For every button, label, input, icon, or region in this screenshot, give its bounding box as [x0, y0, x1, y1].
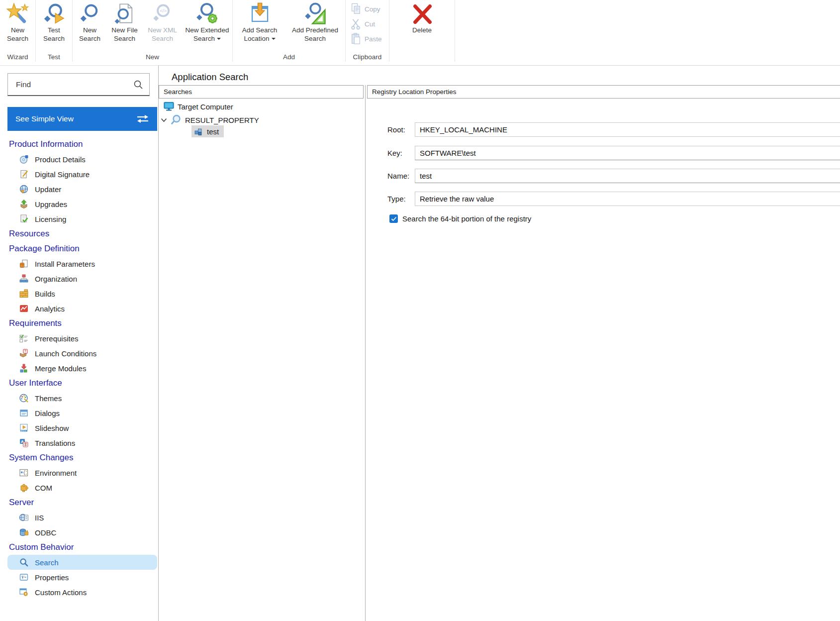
- add-search-location-icon: [248, 1, 271, 26]
- svg-text:V=: V=: [21, 575, 26, 580]
- type-field[interactable]: Retrieve the raw value: [415, 192, 840, 206]
- search-icon: [133, 80, 143, 90]
- sidebar-item-organization[interactable]: Organization: [7, 271, 157, 286]
- sidebar-item-product-details[interactable]: Product Details: [7, 152, 157, 167]
- custom-actions-icon: [19, 588, 28, 597]
- see-simple-view-button[interactable]: See Simple View: [7, 107, 157, 131]
- sidebar-item-search[interactable]: Search: [7, 555, 157, 570]
- delete-icon: [411, 1, 433, 26]
- tree-selection: test: [191, 125, 224, 137]
- sidebar-item-launch-conditions[interactable]: ? Launch Conditions: [7, 346, 157, 361]
- new-file-search-button[interactable]: New File Search: [107, 1, 143, 43]
- prerequisites-icon: [19, 334, 28, 343]
- sidebar-item-slideshow[interactable]: Slideshow: [7, 420, 157, 435]
- sidebar-item-updater[interactable]: Updater: [7, 182, 157, 197]
- sidebar-item-upgrades[interactable]: Upgrades: [7, 197, 157, 211]
- root-field[interactable]: HKEY_LOCAL_MACHINE: [415, 122, 840, 137]
- environment-icon: [19, 468, 28, 477]
- nav-section-custom-behavior: Custom Behavior: [7, 540, 158, 555]
- translations-icon: A: [19, 438, 28, 447]
- ribbon-button-label: Test Search: [37, 26, 72, 43]
- ribbon-group-add: Add Search Location Add Predefined Searc…: [233, 0, 346, 62]
- new-search-wizard-button[interactable]: New Search: [1, 1, 35, 43]
- sidebar-item-merge-modules[interactable]: Merge Modules: [7, 361, 157, 376]
- root-label: Root:: [387, 122, 405, 137]
- cut-button: Cut: [351, 18, 389, 30]
- name-field[interactable]: test: [415, 169, 840, 183]
- organization-icon: [19, 274, 28, 283]
- sidebar-item-install-parameters[interactable]: Install Parameters: [7, 256, 157, 271]
- dialogs-icon: [19, 409, 28, 417]
- ribbon-group-label: Wizard: [0, 53, 35, 61]
- add-predefined-search-button[interactable]: Add Predefined Search: [286, 1, 345, 43]
- ribbon-group-label: Clipboard: [346, 53, 389, 61]
- tree-item-target-computer[interactable]: Target Computer: [164, 100, 233, 113]
- ribbon-button-label: New Search: [73, 26, 107, 43]
- ribbon-button-label: New File Search: [107, 26, 143, 43]
- add-predefined-search-icon: [304, 1, 327, 26]
- sidebar-item-licensing[interactable]: Licensing: [7, 211, 157, 226]
- sidebar-item-translations[interactable]: A Translations: [7, 435, 157, 450]
- tree-item-test[interactable]: test: [191, 125, 224, 138]
- sidebar-item-properties[interactable]: V= Properties: [7, 570, 157, 585]
- nav-section-system-changes: System Changes: [7, 450, 158, 465]
- switch-view-icon: [136, 114, 149, 124]
- ribbon-group-label: New: [73, 53, 232, 61]
- ribbon-group-label: Test: [36, 53, 72, 61]
- digital-signature-icon: [19, 170, 28, 179]
- key-field[interactable]: SOFTWARE\test: [415, 146, 840, 160]
- sidebar-item-themes[interactable]: Themes: [7, 391, 157, 406]
- paste-button: Paste: [351, 33, 389, 45]
- paste-icon: [351, 33, 362, 45]
- find-box[interactable]: [7, 73, 150, 96]
- slideshow-icon: [19, 423, 28, 432]
- checkbox-checked-icon[interactable]: [389, 214, 398, 223]
- ribbon-group-delete: Delete: [389, 0, 455, 62]
- svg-text:</>: </>: [159, 8, 167, 13]
- test-search-icon: [43, 1, 66, 26]
- find-input[interactable]: [15, 80, 133, 90]
- sidebar-item-com[interactable]: COM: [7, 480, 157, 495]
- chevron-down-icon: [272, 38, 276, 42]
- checkbox-label: Search the 64-bit portion of the registr…: [402, 214, 531, 223]
- ribbon-group-wizard: New Search Wizard: [0, 0, 36, 62]
- test-search-button[interactable]: Test Search: [37, 1, 72, 43]
- sidebar-item-iis[interactable]: IIS: [7, 510, 157, 525]
- ribbon-group-clipboard: Copy Cut Paste Clipboard: [346, 0, 389, 62]
- sidebar-item-custom-actions[interactable]: Custom Actions: [7, 585, 157, 600]
- chevron-down-icon[interactable]: [161, 118, 167, 122]
- properties-nav-icon: V=: [19, 573, 28, 582]
- themes-icon: [19, 394, 28, 403]
- registry-value-icon: [193, 126, 203, 136]
- type-label: Type:: [387, 192, 406, 206]
- svg-text:?: ?: [24, 349, 26, 353]
- sidebar-item-digital-signature[interactable]: Digital Signature: [7, 167, 157, 182]
- new-xml-search-icon: </>: [152, 1, 174, 26]
- delete-button[interactable]: Delete: [402, 1, 442, 34]
- ribbon-toolbar: New Search Wizard Test Search Test: [0, 0, 455, 65]
- sidebar-item-dialogs[interactable]: Dialogs: [7, 406, 157, 420]
- wizard-icon: [6, 1, 29, 26]
- sidebar-nav: Product Information Product Details Digi…: [7, 137, 158, 600]
- add-search-location-button[interactable]: Add Search Location: [234, 1, 286, 43]
- sidebar-item-prerequisites[interactable]: Prerequisites: [7, 331, 157, 346]
- install-parameters-icon: [19, 259, 28, 268]
- new-search-button[interactable]: New Search: [73, 1, 107, 43]
- search-nav-icon: [19, 558, 28, 567]
- search-64bit-checkbox-row[interactable]: Search the 64-bit portion of the registr…: [389, 214, 531, 223]
- sidebar: See Simple View Product Information Prod…: [0, 66, 158, 621]
- ribbon-button-label: Paste: [365, 35, 382, 43]
- panel-splitter[interactable]: [365, 85, 366, 621]
- new-search-icon: [79, 1, 101, 26]
- new-extended-search-button[interactable]: New Extended Search: [183, 1, 232, 43]
- launch-conditions-icon: ?: [19, 349, 28, 358]
- sidebar-item-environment[interactable]: Environment: [7, 465, 157, 480]
- ribbon-button-label: New Search: [1, 26, 35, 43]
- ribbon-button-label: Delete: [411, 26, 433, 34]
- registry-properties-header: Registry Location Properties: [367, 85, 840, 99]
- ribbon-group-new: New Search New File Search: [73, 0, 233, 62]
- licensing-icon: [19, 214, 28, 223]
- sidebar-item-odbc[interactable]: ODBC: [7, 525, 157, 540]
- sidebar-item-analytics[interactable]: Analytics: [7, 301, 157, 316]
- sidebar-item-builds[interactable]: Builds: [7, 286, 157, 301]
